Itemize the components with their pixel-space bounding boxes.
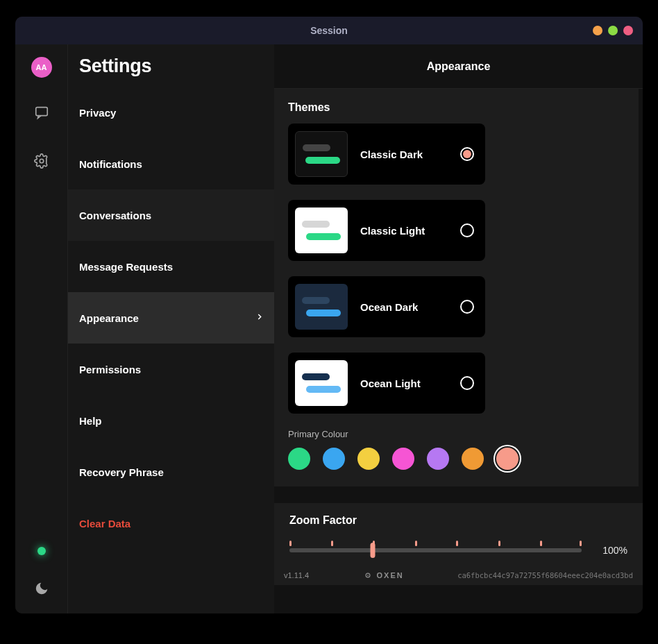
sidebar-item-appearance[interactable]: Appearance [68,292,274,344]
colour-swatch-yellow[interactable] [357,448,380,470]
sidebar-item-message-requests[interactable]: Message Requests [68,241,274,292]
sidebar-item-label: Conversations [79,210,151,221]
zoom-value: 100% [594,545,627,556]
status-indicator[interactable] [37,547,46,555]
sidebar-item-help[interactable]: Help [68,395,274,446]
nav-rail: AA [15,44,67,613]
gear-icon[interactable] [33,153,50,169]
themes-label: Themes [288,101,625,114]
theme-name: Ocean Light [360,378,460,389]
sidebar-item-recovery-phrase[interactable]: Recovery Phrase [68,446,274,498]
page-title: Appearance [274,44,643,89]
theme-radio[interactable] [460,300,474,314]
svg-rect-0 [35,108,47,116]
window-controls [593,26,633,35]
theme-name: Classic Light [360,225,460,237]
primary-colour-label: Primary Colour [288,429,625,439]
theme-radio[interactable] [460,376,474,390]
sidebar-item-label: Message Requests [79,261,173,273]
sidebar-item-label: Help [79,415,102,427]
theme-name: Classic Dark [360,149,460,160]
colour-swatch-green[interactable] [288,448,310,470]
theme-option-classic-light[interactable]: Classic Light [288,200,485,261]
theme-option-classic-dark[interactable]: Classic Dark [288,124,485,185]
sidebar-item-label: Recovery Phrase [79,466,164,478]
theme-option-ocean-light[interactable]: Ocean Light [288,353,485,414]
theme-radio[interactable] [460,147,474,161]
themes-section: Themes Classic Dark [274,89,643,486]
zoom-section: Zoom Factor [274,503,643,566]
version-text: v1.11.4 [284,571,309,579]
colour-swatch-salmon[interactable] [496,448,518,470]
zoom-label: Zoom Factor [289,514,627,527]
sidebar-header: Settings [68,44,274,87]
window-title: Session [310,25,348,36]
chat-icon[interactable] [33,104,50,121]
colour-swatch-orange[interactable] [462,448,484,470]
main-panel: Appearance Themes Classic Dark [274,44,643,613]
sidebar-item-notifications[interactable]: Notifications [68,138,274,189]
sidebar-item-label: Clear Data [79,518,130,529]
theme-preview [295,207,348,253]
zoom-slider[interactable] [289,543,582,557]
settings-sidebar: Settings Privacy Notifications Conversat… [67,44,274,613]
theme-option-ocean-dark[interactable]: Ocean Dark [288,276,485,337]
theme-radio[interactable] [460,223,474,237]
sidebar-item-label: Notifications [79,158,142,170]
window-button-3[interactable] [623,26,633,35]
theme-name: Ocean Dark [360,301,460,313]
colour-swatch-blue[interactable] [323,448,345,470]
sidebar-item-permissions[interactable]: Permissions [68,344,274,395]
sidebar-title: Settings [79,56,263,77]
window-button-2[interactable] [608,26,618,35]
sidebar-item-clear-data[interactable]: Clear Data [68,498,274,549]
sidebar-item-label: Appearance [79,312,139,324]
moon-icon[interactable] [33,580,50,597]
sidebar-item-label: Privacy [79,107,116,119]
commit-hash: ca6fbcbc44c97a72755f68604eeec204e0acd3bd [457,571,633,579]
chevron-right-icon [255,312,264,324]
sidebar-item-conversations[interactable]: Conversations [68,189,274,241]
theme-preview [295,131,348,177]
app-window: Session AA [15,17,643,613]
window-button-1[interactable] [593,26,602,35]
oxen-icon [363,570,373,580]
avatar[interactable]: AA [31,57,52,78]
theme-preview [295,284,348,330]
svg-point-3 [367,575,369,576]
sidebar-item-label: Permissions [79,364,141,375]
colour-swatch-purple[interactable] [427,448,449,470]
svg-point-1 [40,159,44,163]
brand-logo: OXEN [363,570,404,580]
footer: v1.11.4 OXEN ca6fbcbc44c97a72755f68604ee… [274,566,643,585]
colour-swatch-pink[interactable] [392,448,414,470]
sidebar-item-privacy[interactable]: Privacy [68,87,274,138]
primary-colour-row [288,448,625,470]
titlebar: Session [15,17,643,44]
zoom-thumb[interactable] [371,543,376,558]
theme-preview [295,360,348,406]
